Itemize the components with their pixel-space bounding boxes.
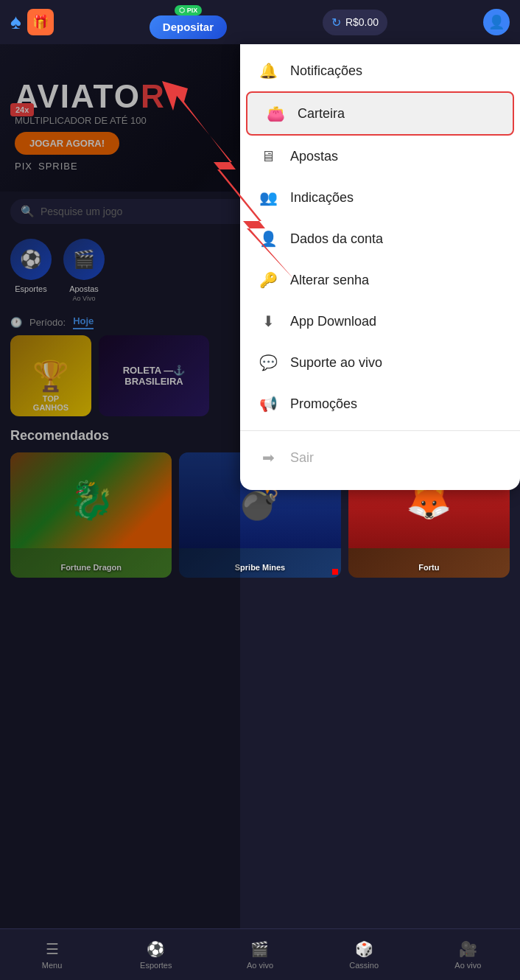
promocoes-label: Promoções [290,396,357,412]
menu-item-notificacoes[interactable]: 🔔 Notificações [240,50,520,91]
deposit-button[interactable]: Depositar [150,15,227,40]
nav-menu[interactable]: ☰ Menu [30,940,74,970]
logout-icon: ➡ [258,447,278,468]
refresh-icon: ↻ [331,15,341,29]
nav-ao-vivo-2-label: Ao vivo [454,961,481,970]
header: ♠ 🎁 ⬡ PIX Depositar ↻ R$0.00 👤 [0,0,520,44]
monitor-icon: 🖥 [258,146,278,167]
menu-icon: ☰ [46,940,59,958]
megaphone-icon: 📢 [258,393,278,414]
chat-icon: 💬 [258,352,278,373]
account-icon: 👤 [258,228,278,249]
deposit-label: Depositar [163,21,214,34]
live2-icon: 🎥 [459,940,477,958]
pix-label: PIX [187,7,198,14]
notificacoes-label: Notificações [290,63,362,79]
menu-divider [240,430,520,431]
bell-icon: 🔔 [258,60,278,81]
sports-icon: ⚽ [147,940,165,958]
dropdown-menu: 🔔 Notificações 👛 Carteira 🖥 Apostas 👥 In… [240,44,520,490]
balance-amount: R$0.00 [345,16,379,28]
carteira-label: Carteira [298,106,345,122]
nav-esportes[interactable]: ⚽ Esportes [134,940,178,970]
menu-item-apostas[interactable]: 🖥 Apostas [240,136,520,177]
wallet-icon: 👛 [265,103,286,124]
nav-menu-label: Menu [42,961,63,970]
nav-ao-vivo[interactable]: 🎬 Ao vivo [238,940,282,970]
menu-item-promocoes[interactable]: 📢 Promoções [240,383,520,424]
header-left: ♠ 🎁 [10,9,54,35]
gift-button[interactable]: 🎁 [27,9,54,35]
fortu-label: Fortu [348,563,510,572]
sair-label: Sair [290,450,314,466]
download-icon: ⬇ [258,311,278,332]
nav-esportes-label: Esportes [140,961,172,970]
menu-item-sair[interactable]: ➡ Sair [240,437,520,478]
apostas-menu-label: Apostas [290,149,338,164]
nav-cassino[interactable]: 🎲 Cassino [342,940,386,970]
alterar-senha-label: Alterar senha [290,273,369,288]
menu-item-alterar-senha[interactable]: 🔑 Alterar senha [240,259,520,301]
avatar-button[interactable]: 👤 [483,9,510,35]
dim-overlay [0,44,240,928]
spade-icon: ♠ [10,10,21,34]
pix-badge: ⬡ PIX [175,5,203,15]
nav-ao-vivo-label: Ao vivo [247,961,273,970]
menu-item-indicacoes[interactable]: 👥 Indicações [240,177,520,218]
app-download-label: App Download [290,314,376,329]
suporte-label: Suporte ao vivo [290,355,382,371]
balance-button[interactable]: ↻ R$0.00 [323,10,387,35]
key-icon: 🔑 [258,270,278,290]
menu-item-dados-conta[interactable]: 👤 Dados da conta [240,218,520,259]
menu-item-carteira[interactable]: 👛 Carteira [246,91,514,136]
deposit-section: ⬡ PIX Depositar [150,5,227,40]
live-icon: 🎬 [250,940,269,958]
dados-conta-label: Dados da conta [290,231,383,247]
nav-ao-vivo-2[interactable]: 🎥 Ao vivo [446,940,490,970]
menu-item-suporte[interactable]: 💬 Suporte ao vivo [240,342,520,383]
indicacoes-label: Indicações [290,190,354,206]
casino-icon: 🎲 [355,940,373,958]
bottom-nav: ☰ Menu ⚽ Esportes 🎬 Ao vivo 🎲 Cassino 🎥 … [0,928,520,980]
nav-cassino-label: Cassino [349,961,379,970]
referral-icon: 👥 [258,187,278,208]
menu-item-app-download[interactable]: ⬇ App Download [240,301,520,342]
